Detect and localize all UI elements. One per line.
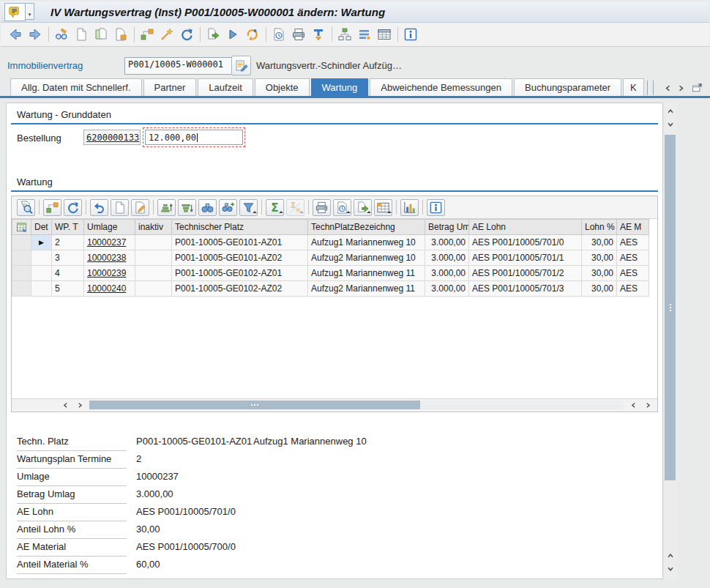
umlage-link[interactable]: 10000238 (87, 253, 126, 263)
cell-betrag[interactable]: 3.000,00 (425, 266, 469, 281)
tab-laufzeit[interactable]: Laufzeit (198, 78, 253, 96)
hscroll-track[interactable] (89, 401, 624, 409)
hscroll-right-button-2[interactable] (641, 400, 654, 410)
details-button[interactable] (17, 199, 35, 216)
system-menu-button[interactable] (4, 3, 26, 21)
cell-tech-platz[interactable]: P001-10005-GE0101-AZ02 (172, 250, 308, 266)
hscroll-thumb[interactable] (89, 401, 420, 409)
contract-number-field[interactable]: P001/10005-W000001 (124, 57, 233, 75)
overview-button[interactable] (356, 26, 373, 42)
tab-objekte[interactable]: Objekte (255, 78, 310, 96)
col-bezeichnung[interactable]: TechnPlatzBezeichng (308, 220, 425, 235)
edit-row-button[interactable] (131, 199, 149, 216)
cell-lohn-pct[interactable]: 30,00 (582, 235, 617, 250)
col-ae-lohn[interactable]: AE Lohn (469, 220, 582, 235)
tab-scroll-left-button[interactable] (662, 81, 673, 94)
copy-button[interactable] (93, 26, 109, 42)
tab-allg-daten[interactable]: Allg. Daten mit Schnellerf. (10, 78, 142, 96)
tab-wartung[interactable]: Wartung (311, 78, 369, 96)
system-menu-dropdown-button[interactable]: ▾ (26, 3, 34, 20)
row-select-cell[interactable] (12, 250, 31, 266)
row-select-cell[interactable] (12, 266, 31, 281)
vscroll-up-button[interactable] (664, 105, 676, 117)
cell-ae-material[interactable]: AES (617, 281, 649, 297)
umlage-link[interactable]: 10000237 (87, 237, 126, 248)
delete-button[interactable] (113, 26, 129, 42)
check-entries-button[interactable] (43, 199, 61, 216)
cell-wpt[interactable]: 5 (52, 281, 84, 297)
contract-label[interactable]: Immobilienvertrag (7, 60, 83, 71)
col-tech-platz[interactable]: Technischer Platz (172, 220, 308, 235)
copy-object-button[interactable] (205, 26, 221, 42)
sum-button[interactable] (266, 199, 284, 216)
services-button[interactable] (244, 26, 261, 42)
undo-button[interactable] (90, 199, 108, 216)
back-button[interactable] (7, 26, 23, 42)
col-betrag[interactable]: Betrag Um. (425, 220, 469, 235)
sort-ascending-button[interactable] (157, 199, 176, 216)
wizard-button[interactable] (159, 26, 175, 42)
print-table-button[interactable] (313, 199, 331, 216)
row-select-cell[interactable] (12, 281, 31, 297)
information-button[interactable] (403, 26, 419, 42)
hierarchy-button[interactable] (337, 26, 353, 42)
graphic-button[interactable] (400, 199, 419, 216)
cell-bezeichnung[interactable]: Aufzug1 Mariannenweg 10 (308, 235, 425, 250)
hscroll-left-button[interactable] (59, 400, 72, 410)
cell-bezeichnung[interactable]: Aufzug2 Mariannenweg 11 (308, 281, 425, 297)
cell-lohn-pct[interactable]: 30,00 (582, 250, 617, 266)
cell-umlage[interactable]: 10000238 (84, 250, 135, 266)
check-data-button[interactable] (139, 26, 155, 42)
contract-edit-button[interactable] (231, 56, 251, 75)
find-next-button[interactable] (219, 199, 237, 216)
cell-bezeichnung[interactable]: Aufzug2 Mariannenweg 10 (308, 250, 425, 266)
continue-button[interactable] (225, 26, 241, 42)
display-change-button[interactable] (53, 26, 70, 42)
vscroll-down-button-2[interactable] (664, 563, 676, 575)
cell-umlage[interactable]: 10000240 (84, 281, 135, 297)
cell-ae-lohn[interactable]: AES P001/10005/701/2 (469, 266, 582, 281)
cell-wpt[interactable]: 4 (52, 266, 84, 281)
col-inaktiv[interactable]: inaktiv (135, 220, 172, 235)
vscroll-thumb[interactable] (665, 135, 676, 480)
filter-button[interactable] (239, 199, 258, 216)
refresh-button[interactable] (179, 26, 195, 42)
umlage-link[interactable]: 10000239 (87, 268, 126, 278)
tab-abweichende-bemessungen[interactable]: Abweichende Bemessungen (370, 78, 512, 96)
row-detail-indicator[interactable] (31, 266, 52, 281)
bestellung-number-field[interactable]: 6200000133 (83, 130, 141, 145)
download-button[interactable] (310, 26, 326, 42)
table-row[interactable]: 3 10000238 P001-10005-GE0101-AZ02 Aufzug… (12, 250, 649, 266)
table-row[interactable]: 4 10000239 P001-10005-GE0102-AZ01 Aufzug… (12, 266, 649, 281)
cell-inaktiv[interactable] (135, 235, 172, 250)
cell-wpt[interactable]: 2 (52, 235, 84, 250)
cell-inaktiv[interactable] (135, 250, 172, 266)
cell-ae-lohn[interactable]: AES P001/10005/701/1 (469, 250, 582, 266)
cell-umlage[interactable]: 10000239 (84, 266, 135, 281)
cell-bezeichnung[interactable]: Aufzug1 Mariannenweg 11 (308, 266, 425, 281)
cell-tech-platz[interactable]: P001-10005-GE0101-AZ01 (172, 235, 308, 250)
row-detail-indicator[interactable]: ▶ (31, 235, 52, 250)
row-select-cell[interactable] (12, 235, 31, 250)
tab-scroll-right-button[interactable] (675, 81, 687, 94)
col-det[interactable]: Det (31, 220, 52, 235)
col-umlage[interactable]: Umlage (84, 220, 135, 235)
tab-partner[interactable]: Partner (143, 78, 197, 96)
table-info-button[interactable] (427, 199, 445, 216)
export-button[interactable] (354, 199, 372, 216)
col-wpt[interactable]: WP. T (52, 220, 84, 235)
tab-buchungsparameter[interactable]: Buchungsparameter (514, 78, 621, 96)
tab-tearoff-button[interactable] (690, 81, 704, 95)
refresh-table-button[interactable] (64, 199, 82, 216)
vscroll-down-button[interactable] (664, 119, 676, 130)
print-preview-button[interactable] (333, 199, 351, 216)
hscroll-right-button[interactable] (73, 400, 86, 410)
cell-betrag[interactable]: 3.000,00 (425, 235, 469, 250)
cell-ae-material[interactable]: AES (617, 235, 649, 250)
cell-ae-material[interactable]: AES (617, 266, 649, 281)
table-row[interactable]: ▶ 2 10000237 P001-10005-GE0101-AZ01 Aufz… (12, 235, 649, 250)
tab-overflow-cut[interactable]: K (623, 78, 644, 96)
detail-list-button[interactable] (376, 26, 392, 42)
cell-inaktiv[interactable] (135, 266, 172, 281)
cell-ae-lohn[interactable]: AES P001/10005/701/0 (469, 235, 582, 250)
